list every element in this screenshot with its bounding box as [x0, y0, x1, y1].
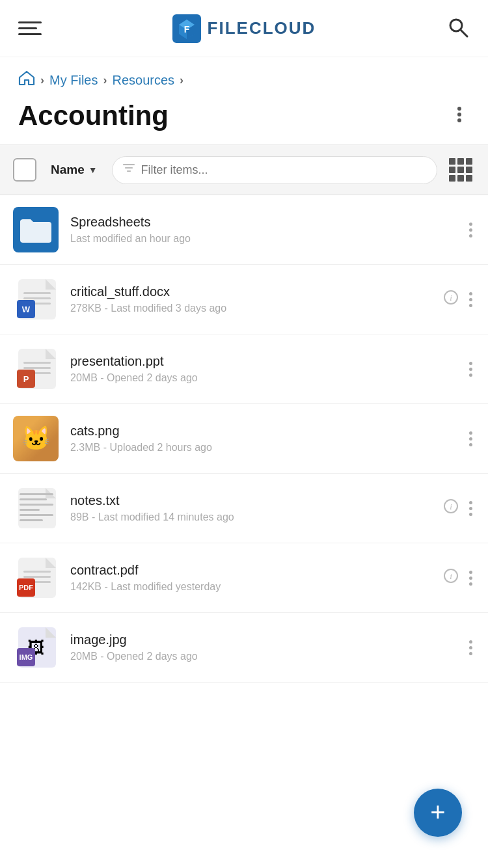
filter-input[interactable]: [112, 156, 437, 184]
sort-button[interactable]: Name ▼: [46, 160, 103, 180]
list-item[interactable]: Spreadsheets Last modified an hour ago: [0, 195, 488, 265]
info-icon[interactable]: i: [443, 498, 459, 518]
file-name: image.jpg: [70, 632, 455, 647]
file-name: contract.pdf: [70, 563, 431, 578]
select-all-checkbox[interactable]: [13, 158, 36, 182]
file-meta: 278KB - Last modified 3 days ago: [70, 303, 431, 314]
more-dot: [469, 576, 472, 580]
grid-dot: [457, 158, 464, 165]
more-dot: [469, 298, 472, 301]
file-info: presentation.ppt 20MB - Opened 2 days ag…: [70, 354, 455, 384]
more-dot: [469, 362, 472, 365]
ppt-icon: P: [13, 346, 59, 392]
svg-point-6: [457, 118, 461, 122]
list-item[interactable]: W critical_stuff.docx 278KB - Last modif…: [0, 265, 488, 334]
breadcrumb-resources[interactable]: Resources: [112, 73, 174, 88]
txt-icon: [13, 485, 59, 531]
grid-dot: [466, 158, 472, 165]
logo-text: FILECLOUD: [208, 18, 316, 38]
file-meta: 89B - Last modified 14 minutes ago: [70, 511, 431, 523]
file-name: Spreadsheets: [70, 215, 455, 230]
more-dot: [469, 228, 472, 232]
file-more-button[interactable]: [467, 220, 475, 240]
list-item[interactable]: PDF contract.pdf 142KB - Last modified y…: [0, 543, 488, 613]
list-item[interactable]: P presentation.ppt 20MB - Opened 2 days …: [0, 334, 488, 404]
file-actions: [467, 429, 475, 449]
search-icon[interactable]: [446, 16, 470, 42]
more-dot: [469, 234, 472, 237]
file-meta: 20MB - Opened 2 days ago: [70, 372, 455, 384]
file-more-button[interactable]: [467, 429, 475, 449]
file-meta: 20MB - Opened 2 days ago: [70, 651, 455, 662]
svg-point-5: [457, 113, 461, 116]
file-info: contract.pdf 142KB - Last modified yeste…: [70, 563, 431, 593]
svg-text:i: i: [450, 293, 452, 303]
list-item[interactable]: 🖼 IMG image.jpg 20MB - Opened 2 days ago: [0, 613, 488, 683]
page-title-row: Accounting: [0, 95, 488, 144]
grid-dot: [449, 158, 455, 165]
jpg-icon: 🖼 IMG: [13, 625, 59, 670]
filecloud-logo-icon: F: [172, 14, 201, 43]
file-name: notes.txt: [70, 493, 431, 508]
info-icon[interactable]: i: [443, 568, 459, 588]
file-info: critical_stuff.docx 278KB - Last modifie…: [70, 284, 431, 314]
file-actions: [467, 220, 475, 240]
file-name: cats.png: [70, 424, 455, 439]
app-header: F FILECLOUD: [0, 0, 488, 57]
file-info: image.jpg 20MB - Opened 2 days ago: [70, 632, 455, 662]
svg-line-3: [461, 30, 467, 36]
sort-label: Name: [51, 163, 85, 177]
more-dot: [469, 507, 472, 510]
svg-text:i: i: [450, 571, 452, 581]
file-actions: i: [443, 568, 475, 588]
file-actions: i: [443, 290, 475, 310]
page-title: Accounting: [18, 100, 169, 131]
more-dot: [469, 646, 472, 649]
grid-dot: [466, 175, 472, 182]
sort-arrow-icon: ▼: [88, 165, 98, 175]
more-dot: [469, 431, 472, 435]
breadcrumb-home[interactable]: [18, 70, 35, 90]
more-dot: [469, 640, 472, 644]
hamburger-menu-button[interactable]: [18, 21, 42, 35]
more-dot: [469, 513, 472, 516]
file-info: cats.png 2.3MB - Uploaded 2 hours ago: [70, 424, 455, 454]
more-dot: [469, 368, 472, 371]
file-more-button[interactable]: [467, 638, 475, 658]
more-dot: [469, 571, 472, 574]
file-meta: Last modified an hour ago: [70, 233, 455, 245]
file-more-button[interactable]: [467, 359, 475, 379]
folder-icon: [13, 207, 59, 252]
add-new-button[interactable]: +: [414, 789, 462, 837]
more-dot: [469, 582, 472, 586]
more-dot: [469, 292, 472, 295]
grid-view-button[interactable]: [446, 156, 475, 184]
grid-dot: [466, 167, 472, 173]
svg-point-4: [457, 107, 461, 111]
grid-dot: [449, 167, 455, 173]
file-name: presentation.ppt: [70, 354, 455, 369]
pdf-icon: PDF: [13, 555, 59, 601]
file-info: notes.txt 89B - Last modified 14 minutes…: [70, 493, 431, 523]
more-dot: [469, 501, 472, 504]
filter-input-wrap: [112, 156, 437, 184]
file-more-button[interactable]: [467, 498, 475, 519]
page-more-button[interactable]: [449, 104, 470, 128]
info-icon[interactable]: i: [443, 290, 459, 309]
file-actions: [467, 359, 475, 379]
list-item[interactable]: 🐱 cats.png 2.3MB - Uploaded 2 hours ago: [0, 404, 488, 474]
breadcrumb: › My Files › Resources ›: [0, 57, 488, 95]
image-thumbnail: 🐱: [13, 416, 59, 461]
more-dot: [469, 373, 472, 377]
file-more-button[interactable]: [467, 290, 475, 310]
grid-dot: [457, 175, 464, 182]
breadcrumb-myfiles[interactable]: My Files: [49, 73, 98, 88]
svg-text:F: F: [183, 24, 189, 34]
docx-icon: W: [13, 277, 59, 322]
list-item[interactable]: notes.txt 89B - Last modified 14 minutes…: [0, 474, 488, 543]
svg-text:i: i: [450, 502, 452, 511]
file-more-button[interactable]: [467, 568, 475, 588]
more-dot: [469, 443, 472, 446]
grid-dot: [457, 167, 464, 173]
more-dot: [469, 223, 472, 226]
